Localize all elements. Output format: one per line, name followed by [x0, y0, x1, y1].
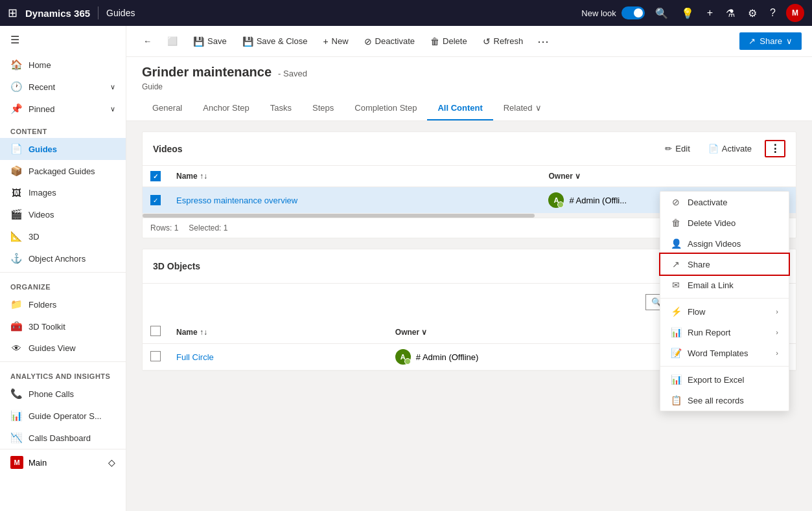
new-look-toggle[interactable] — [621, 6, 645, 19]
new-button[interactable]: + New — [316, 32, 354, 51]
view-icon: 👁 — [10, 343, 22, 354]
tab-related[interactable]: Related ∨ — [493, 97, 552, 120]
pin-icon: 📌 — [10, 103, 22, 115]
menu-item-email-link[interactable]: ✉ Email a Link — [660, 275, 789, 295]
save-icon: 💾 — [193, 36, 204, 47]
filter-icon[interactable]: ⚗ — [723, 5, 737, 22]
app-title: Dynamics 365 — [25, 8, 90, 19]
new-icon: + — [323, 36, 328, 47]
menu-item-see-all-records[interactable]: 📋 See all records — [660, 390, 789, 411]
frame-icon: ⬜ — [167, 36, 178, 46]
record-type: Guide — [142, 82, 796, 91]
sidebar-item-videos[interactable]: 🎬 Videos — [0, 203, 126, 225]
videos-more-button[interactable]: ⋮ — [765, 140, 785, 157]
toolkit-icon: 🧰 — [10, 321, 22, 332]
menu-divider-2 — [660, 366, 789, 367]
help-icon[interactable]: 💡 — [679, 5, 697, 22]
activate-button[interactable]: 📄 Activate — [703, 141, 757, 156]
activate-icon: 📄 — [708, 144, 719, 153]
select-all-checkbox[interactable]: ✓ — [150, 171, 161, 181]
sidebar-item-pinned[interactable]: 📌 Pinned ∨ — [0, 98, 126, 120]
delete-button[interactable]: 🗑 Delete — [424, 32, 474, 51]
sidebar-item-label: Guides View — [29, 343, 76, 353]
sidebar-item-3d[interactable]: 📐 3D — [0, 225, 126, 247]
back-button[interactable]: ← — [137, 32, 158, 50]
record-status: - Saved — [278, 69, 307, 78]
sidebar-item-guides-view[interactable]: 👁 Guides View — [0, 337, 126, 359]
sidebar-item-calls-dashboard[interactable]: 📉 Calls Dashboard — [0, 427, 126, 449]
save-close-button[interactable]: 💾 Save & Close — [236, 32, 314, 51]
sidebar-divider — [0, 272, 126, 273]
menu-item-delete-video[interactable]: 🗑 Delete Video — [660, 212, 789, 233]
menu-item-label: Deactivate — [688, 198, 727, 207]
rows-count: Rows: 1 — [150, 223, 178, 233]
share-button[interactable]: ↗ Share ∨ — [739, 32, 802, 50]
main-icon: M — [10, 456, 23, 469]
main-nav-item[interactable]: M Main ◇ — [0, 449, 126, 475]
sidebar-item-recent[interactable]: 🕐 Recent ∨ — [0, 76, 126, 98]
3d-row-checkbox[interactable] — [150, 351, 161, 361]
sidebar-item-label: Home — [29, 60, 51, 70]
sidebar-item-label: 3D — [29, 232, 40, 242]
sidebar-item-guides[interactable]: 📄 Guides — [0, 138, 126, 160]
tab-anchor-step[interactable]: Anchor Step — [192, 97, 260, 120]
refresh-button[interactable]: ↺ Refresh — [476, 32, 530, 51]
sidebar-divider-2 — [0, 361, 126, 362]
profile-icon[interactable]: M — [786, 4, 804, 22]
app-grid-icon[interactable]: ⊞ — [8, 6, 17, 20]
sidebar-item-label: Packaged Guides — [29, 166, 95, 176]
sidebar-item-phone-calls[interactable]: 📞 Phone Calls — [0, 383, 126, 405]
name-column-header[interactable]: Name ↑↓ — [168, 166, 540, 187]
row-checkbox[interactable]: ✓ — [150, 195, 161, 205]
menu-item-run-report[interactable]: 📊 Run Report › — [660, 322, 789, 343]
save-button[interactable]: 💾 Save — [187, 32, 233, 51]
sidebar-item-packaged-guides[interactable]: 📦 Packaged Guides — [0, 160, 126, 182]
menu-item-flow[interactable]: ⚡ Flow › — [660, 301, 789, 322]
add-icon[interactable]: + — [704, 5, 715, 21]
tab-steps[interactable]: Steps — [302, 97, 344, 120]
search-icon[interactable]: 🔍 — [653, 5, 671, 22]
3d-object-name-cell: Full Circle — [168, 344, 388, 370]
guides-icon: 📄 — [10, 143, 22, 155]
owner-column-header[interactable]: Owner ∨ — [540, 166, 796, 187]
menu-divider — [660, 298, 789, 299]
settings-icon[interactable]: ⚙ — [745, 5, 760, 22]
select-all-3d-checkbox[interactable] — [150, 326, 161, 336]
sidebar-item-label: Phone Calls — [29, 389, 74, 399]
sidebar-item-object-anchors[interactable]: ⚓ Object Anchors — [0, 247, 126, 269]
sidebar-item-guide-operator[interactable]: 📊 Guide Operator S... — [0, 405, 126, 427]
deactivate-button[interactable]: ⊘ Deactivate — [358, 32, 421, 51]
3d-object-name-link[interactable]: Full Circle — [176, 352, 214, 362]
tab-all-content[interactable]: All Content — [427, 97, 493, 120]
organize-section-header: Organize — [0, 275, 126, 293]
sidebar-item-home[interactable]: 🏠 Home — [0, 54, 126, 76]
more-options-button[interactable]: ⋯ — [532, 30, 554, 52]
sidebar-item-images[interactable]: 🖼 Images — [0, 182, 126, 203]
tab-completion-step[interactable]: Completion Step — [344, 97, 427, 120]
sidebar-item-folders[interactable]: 📁 Folders — [0, 293, 126, 315]
menu-item-share[interactable]: ↗ Share — [660, 254, 789, 275]
menu-item-word-templates[interactable]: 📝 Word Templates › — [660, 343, 789, 363]
video-name-link[interactable]: Espresso maintenance overview — [176, 196, 297, 205]
toolbar: ← ⬜ 💾 Save 💾 Save & Close + New ⊘ Deacti… — [126, 26, 812, 57]
menu-item-deactivate[interactable]: ⊘ Deactivate — [660, 192, 789, 212]
menu-item-assign-videos[interactable]: 👤 Assign Videos — [660, 233, 789, 254]
sidebar: ☰ 🏠 Home 🕐 Recent ∨ 📌 Pinned ∨ Content 📄… — [0, 26, 126, 511]
question-icon[interactable]: ? — [767, 5, 778, 21]
chevron-down-icon: ∨ — [110, 105, 115, 113]
sidebar-hamburger[interactable]: ☰ — [0, 26, 126, 54]
chevron-down-icon: ∨ — [110, 83, 115, 91]
frame-button[interactable]: ⬜ — [161, 32, 184, 50]
sidebar-item-3d-toolkit[interactable]: 🧰 3D Toolkit — [0, 315, 126, 337]
tab-tasks[interactable]: Tasks — [260, 97, 302, 120]
records-menu-icon: 📋 — [671, 395, 681, 405]
sidebar-item-label: Recent — [29, 82, 55, 92]
menu-item-label: Email a Link — [688, 280, 734, 290]
share-icon: ↗ — [748, 36, 756, 46]
sidebar-item-label: Images — [29, 188, 56, 198]
3d-name-column-header[interactable]: Name ↑↓ — [168, 321, 388, 344]
edit-button[interactable]: ✏ Edit — [660, 141, 695, 156]
menu-item-export-excel[interactable]: 📊 Export to Excel — [660, 369, 789, 390]
chevron-right-icon: › — [776, 328, 778, 336]
tab-general[interactable]: General — [142, 97, 192, 120]
